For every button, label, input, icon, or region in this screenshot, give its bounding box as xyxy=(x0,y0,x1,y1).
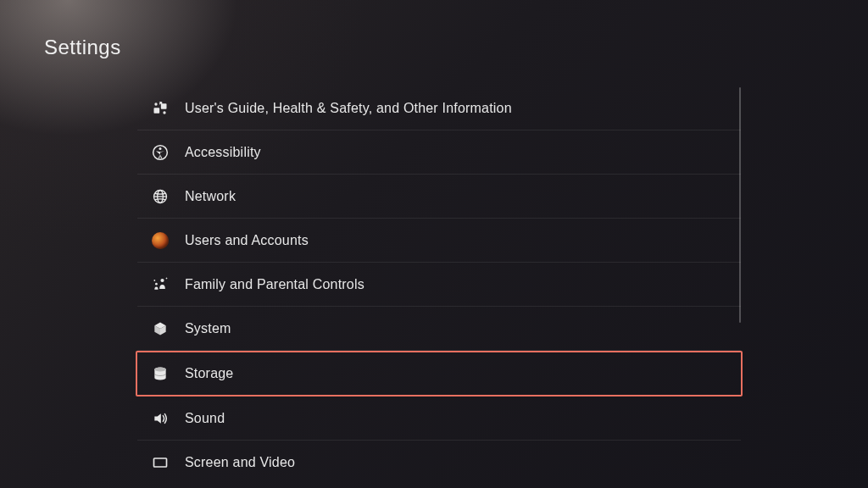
avatar-icon xyxy=(151,231,170,250)
menu-item-label: Screen and Video xyxy=(185,455,295,470)
menu-item-label: User's Guide, Health & Safety, and Other… xyxy=(185,101,512,116)
accessibility-icon xyxy=(151,143,170,162)
menu-item-sound[interactable]: Sound xyxy=(137,396,741,441)
svg-point-5 xyxy=(159,147,162,149)
storage-icon xyxy=(151,364,170,383)
svg-point-9 xyxy=(160,278,164,281)
menu-item-label: Accessibility xyxy=(185,145,261,160)
display-icon xyxy=(151,453,170,472)
menu-item-label: Storage xyxy=(185,366,233,381)
settings-menu: User's Guide, Health & Safety, and Other… xyxy=(137,86,741,485)
svg-point-12 xyxy=(154,368,165,372)
menu-item-label: Sound xyxy=(185,411,225,426)
menu-item-label: Family and Parental Controls xyxy=(185,277,364,292)
svg-point-3 xyxy=(164,112,165,114)
globe-icon xyxy=(151,187,170,206)
page-title: Settings xyxy=(44,36,121,59)
guide-icon xyxy=(151,99,170,118)
menu-item-accessibility[interactable]: Accessibility xyxy=(137,130,741,175)
svg-rect-1 xyxy=(161,103,167,109)
menu-item-users-accounts[interactable]: Users and Accounts xyxy=(137,219,741,263)
menu-item-network[interactable]: Network xyxy=(137,175,741,219)
menu-item-label: Users and Accounts xyxy=(185,233,309,248)
svg-rect-13 xyxy=(154,458,167,467)
menu-item-label: Network xyxy=(185,189,236,204)
svg-rect-0 xyxy=(154,108,160,114)
svg-point-2 xyxy=(155,103,157,105)
family-icon xyxy=(151,275,170,294)
menu-item-family-parental[interactable]: Family and Parental Controls xyxy=(137,263,741,307)
speaker-icon xyxy=(151,409,170,428)
menu-item-storage[interactable]: Storage xyxy=(136,351,743,396)
menu-item-system[interactable]: System xyxy=(137,307,741,351)
menu-item-label: System xyxy=(185,321,231,336)
cube-icon xyxy=(151,319,170,338)
menu-item-users-guide[interactable]: User's Guide, Health & Safety, and Other… xyxy=(137,86,741,130)
scrollbar[interactable] xyxy=(739,87,741,323)
menu-item-screen-video[interactable]: Screen and Video xyxy=(137,441,741,485)
svg-point-10 xyxy=(155,282,158,285)
